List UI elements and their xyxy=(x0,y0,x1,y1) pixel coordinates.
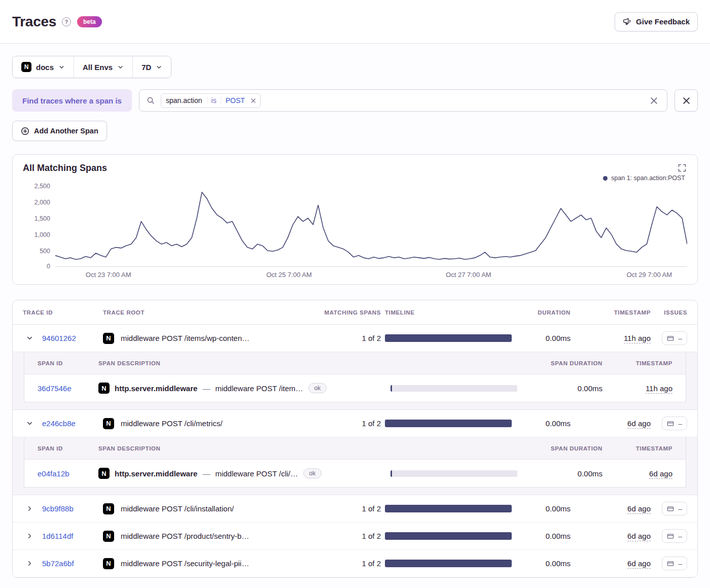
duration: 0.00ms xyxy=(516,532,571,540)
matching-spans: 1 of 2 xyxy=(305,532,381,540)
beta-badge: beta xyxy=(77,16,102,27)
search-icon xyxy=(147,96,155,105)
issues-indicator[interactable]: – xyxy=(662,417,687,430)
duration: 0.00ms xyxy=(516,504,571,513)
timeline-bar xyxy=(385,532,512,540)
line-chart-plot xyxy=(55,186,687,267)
environment-selector[interactable]: All Envs xyxy=(74,56,133,78)
page-header: Traces ? beta Give Feedback xyxy=(0,0,710,44)
expanded-spans-section: SPAN ID SPAN DESCRIPTION SPAN DURATION T… xyxy=(13,352,697,410)
add-another-span-button[interactable]: Add Another Span xyxy=(12,121,107,141)
timeline-cell xyxy=(385,505,512,512)
chevron-right-icon[interactable] xyxy=(23,530,36,543)
span-id-link[interactable]: e04fa12b xyxy=(38,469,94,478)
chevron-down-icon[interactable] xyxy=(23,417,36,430)
timestamp[interactable]: 11h ago xyxy=(624,334,651,343)
timeline-cell xyxy=(385,560,512,567)
clear-search-icon[interactable] xyxy=(648,95,660,107)
search-token-operator: is xyxy=(207,96,221,105)
span-table-header: SPAN ID SPAN DESCRIPTION SPAN DURATION T… xyxy=(24,437,686,460)
col-matching-spans: MATCHING SPANS xyxy=(305,309,381,316)
timeline-cell xyxy=(385,420,512,427)
col-timeline: TIMELINE xyxy=(385,309,512,316)
timestamp[interactable]: 6d ago xyxy=(627,419,651,429)
status-badge: ok xyxy=(308,383,327,393)
nextjs-icon: N xyxy=(103,531,114,542)
table-row: 94601262 N middleware POST /items/wp-con… xyxy=(13,325,697,352)
give-feedback-button[interactable]: Give Feedback xyxy=(615,12,698,31)
trace-id-link[interactable]: 1d6114df xyxy=(42,532,99,540)
col-duration: DURATION xyxy=(516,309,571,316)
nextjs-icon: N xyxy=(103,503,114,514)
timestamp[interactable]: 6d ago xyxy=(627,559,651,569)
issues-indicator[interactable]: – xyxy=(662,331,687,345)
chevron-right-icon[interactable] xyxy=(23,502,36,515)
timestamp[interactable]: 6d ago xyxy=(649,469,672,479)
filter-bar: N docs All Envs 7D xyxy=(12,56,171,78)
all-matching-spans-panel: All Matching Spans span 1: span.action:P… xyxy=(12,154,698,285)
span-duration: 0.00ms xyxy=(521,469,602,478)
matching-spans: 1 of 2 xyxy=(305,334,381,342)
search-token-key: span.action xyxy=(161,96,207,105)
x-axis-labels: Oct 23 7:00 AM Oct 25 7:00 AM Oct 27 7:0… xyxy=(55,267,687,280)
trace-id-link[interactable]: e246cb8e xyxy=(42,419,99,428)
find-traces-where-label: Find traces where a span is xyxy=(12,89,132,112)
chart-legend: span 1: span.action:POST xyxy=(23,175,685,182)
chevron-right-icon[interactable] xyxy=(23,557,36,570)
trace-root: N middleware POST /cli/metrics/ xyxy=(103,418,301,429)
issues-indicator[interactable]: – xyxy=(662,557,687,570)
span-id-link[interactable]: 36d7546e xyxy=(38,384,94,393)
issues-icon xyxy=(667,420,674,427)
col-trace-id: TRACE ID xyxy=(23,309,99,316)
trace-id-link[interactable]: 9cb9f88b xyxy=(42,504,99,513)
nextjs-icon: N xyxy=(98,468,110,479)
timestamp[interactable]: 6d ago xyxy=(627,504,651,514)
table-row: 1d6114df N middleware POST /product/sent… xyxy=(13,523,697,550)
span-timeline-track xyxy=(390,470,517,477)
span-timeline-bar xyxy=(390,470,392,477)
trace-id-link[interactable]: 5b72a6bf xyxy=(42,559,99,568)
matching-spans: 1 of 2 xyxy=(305,504,381,513)
duration: 0.00ms xyxy=(516,419,571,428)
chevron-down-icon[interactable] xyxy=(23,332,36,345)
help-icon[interactable]: ? xyxy=(62,17,71,26)
project-selector[interactable]: N docs xyxy=(13,56,74,78)
plus-circle-icon xyxy=(21,127,29,135)
span-search-input[interactable]: span.action is POST xyxy=(139,89,667,112)
duration: 0.00ms xyxy=(516,559,571,568)
timeline-cell xyxy=(385,532,512,540)
search-token[interactable]: span.action is POST xyxy=(161,93,261,108)
remove-query-button[interactable] xyxy=(674,89,698,112)
trace-root: N middleware POST /product/sentry-b… xyxy=(103,531,301,542)
chevron-down-icon xyxy=(58,64,65,71)
page-content: N docs All Envs 7D Find traces where a s… xyxy=(0,44,710,588)
issues-icon xyxy=(667,505,674,512)
timestamp[interactable]: 6d ago xyxy=(627,532,651,541)
trace-root: N middleware POST /cli/installation/ xyxy=(103,503,301,514)
y-axis-labels: 2,500 2,000 1,500 1,000 500 0 xyxy=(23,186,55,267)
timeline-cell xyxy=(390,385,517,392)
timestamp[interactable]: 11h ago xyxy=(646,384,672,394)
page-title: Traces xyxy=(12,14,56,30)
col-timestamp: TIMESTAMP xyxy=(575,309,651,316)
table-row: 9cb9f88b N middleware POST /cli/installa… xyxy=(13,495,697,523)
col-issues: ISSUES xyxy=(655,309,687,316)
give-feedback-label: Give Feedback xyxy=(636,17,690,26)
span-table-header: SPAN ID SPAN DESCRIPTION SPAN DURATION T… xyxy=(24,352,686,374)
date-range-selector[interactable]: 7D xyxy=(133,56,171,78)
nextjs-icon: N xyxy=(98,383,110,394)
timeline-cell xyxy=(385,334,512,342)
issues-indicator[interactable]: – xyxy=(662,529,687,543)
remove-token-icon[interactable] xyxy=(250,98,260,103)
search-token-value: POST xyxy=(221,96,250,105)
fullscreen-icon[interactable] xyxy=(677,163,687,175)
environment-selector-label: All Envs xyxy=(83,63,113,72)
issues-icon xyxy=(667,335,674,342)
trace-id-link[interactable]: 94601262 xyxy=(42,334,99,342)
trace-root: N middleware POST /security-legal-pii… xyxy=(103,558,301,569)
span-row: e04fa12b N http.server.middleware — midd… xyxy=(24,460,686,487)
issues-indicator[interactable]: – xyxy=(662,502,687,515)
project-selector-label: docs xyxy=(36,63,54,72)
table-row: e246cb8e N middleware POST /cli/metrics/… xyxy=(13,410,697,437)
close-icon xyxy=(683,97,690,105)
